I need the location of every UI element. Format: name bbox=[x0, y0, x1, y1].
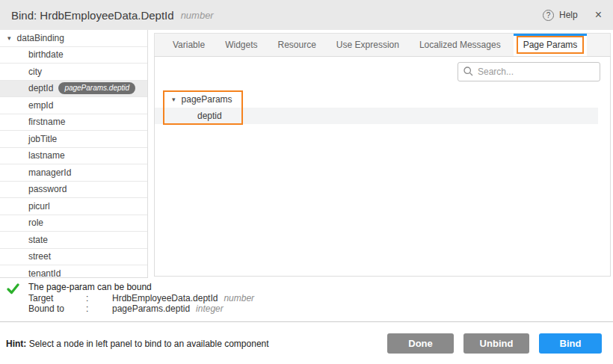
chevron-down-icon: ▾ bbox=[7, 34, 11, 42]
close-icon[interactable]: × bbox=[595, 9, 602, 21]
tree-node-databinding[interactable]: ▾ dataBinding bbox=[0, 30, 147, 47]
tree-node-label: password bbox=[28, 184, 67, 194]
bind-button[interactable]: Bind bbox=[539, 333, 602, 354]
tree-node-deptid-param[interactable]: deptid bbox=[155, 108, 598, 124]
bind-dialog: Bind: HrdbEmployeeData.DeptId number ? H… bbox=[0, 0, 613, 364]
done-button[interactable]: Done bbox=[387, 333, 454, 354]
tree-node-label: state bbox=[28, 235, 48, 245]
tab-label: Widgets bbox=[225, 40, 257, 50]
tree-node-jobtitle[interactable]: jobTitle bbox=[0, 131, 147, 148]
tree-node-label: managerId bbox=[28, 167, 71, 178]
page-params-tree: ▾ pageParams deptid bbox=[155, 91, 610, 124]
bind-source-tabs: Variable Widgets Resource Use Expression… bbox=[154, 33, 611, 56]
tree-node-label: picurl bbox=[28, 201, 50, 212]
tree-node-city[interactable]: city bbox=[0, 64, 147, 81]
tab-label: Resource bbox=[278, 40, 316, 50]
help-icon[interactable]: ? bbox=[543, 10, 554, 21]
dialog-title-type: number bbox=[181, 10, 214, 21]
dialog-footer: Hint: Select a node in left panel to bin… bbox=[0, 321, 613, 364]
tab-label: Localized Messages bbox=[419, 40, 501, 50]
tab-label: Variable bbox=[173, 40, 205, 50]
status-value: HrdbEmployeeData.deptIdnumber bbox=[112, 293, 254, 304]
status-label: Bound to bbox=[28, 303, 86, 315]
status-target-row: Target : HrdbEmployeeData.deptIdnumber bbox=[28, 293, 254, 304]
tree-node-state[interactable]: state bbox=[0, 232, 147, 249]
status-separator: : bbox=[86, 293, 112, 304]
tree-node-birthdate[interactable]: birthdate bbox=[0, 47, 147, 64]
tree-node-role[interactable]: role bbox=[0, 215, 147, 232]
tree-node-picurl[interactable]: picurl bbox=[0, 198, 147, 215]
status-message: The page-param can be bound bbox=[28, 282, 254, 293]
unbind-button[interactable]: Unbind bbox=[463, 333, 529, 354]
tree-node-label: tenantId bbox=[28, 268, 61, 278]
binding-status: The page-param can be bound Target : Hrd… bbox=[0, 278, 613, 321]
dialog-title: Bind: HrdbEmployeeData.DeptId bbox=[11, 9, 174, 22]
tree-node-label: city bbox=[28, 67, 42, 77]
databinding-tree: ▾ dataBinding birthdate city deptId page… bbox=[0, 30, 148, 278]
tab-label: Use Expression bbox=[336, 40, 399, 50]
status-boundto-row: Bound to : pageParams.deptidinteger bbox=[28, 303, 254, 315]
annotation-highlight: Page Params bbox=[517, 36, 585, 54]
tree-node-label: street bbox=[28, 251, 51, 262]
tree-node-label: pageParams bbox=[182, 94, 232, 105]
tree-node-street[interactable]: street bbox=[0, 249, 147, 266]
hint-text: Hint: Select a node in left panel to bin… bbox=[6, 339, 269, 349]
tree-node-firstname[interactable]: firstname bbox=[0, 114, 147, 132]
tree-node-label: empId bbox=[28, 100, 53, 111]
tree-node-tenantid[interactable]: tenantId bbox=[0, 265, 147, 278]
tab-page-params[interactable]: Page Params bbox=[514, 34, 588, 56]
tree-node-label: birthdate bbox=[28, 49, 64, 60]
tree-node-label: dataBinding bbox=[17, 33, 64, 43]
search-icon bbox=[463, 67, 473, 76]
chevron-down-icon: ▾ bbox=[172, 96, 176, 103]
tab-resource[interactable]: Resource bbox=[271, 34, 324, 56]
page-params-panel: ▾ pageParams deptid bbox=[154, 56, 611, 277]
tree-node-pageparams[interactable]: ▾ pageParams bbox=[155, 91, 610, 108]
status-value: pageParams.deptidinteger bbox=[112, 303, 254, 315]
tree-node-label: lastname bbox=[28, 150, 65, 161]
search-input[interactable] bbox=[458, 62, 600, 81]
tree-node-empid[interactable]: empId bbox=[0, 97, 147, 114]
tree-node-managerid[interactable]: managerId bbox=[0, 164, 147, 182]
help-button[interactable]: Help bbox=[559, 10, 578, 20]
status-label: Target bbox=[28, 293, 86, 304]
hint-label: Hint: bbox=[6, 339, 26, 349]
tree-node-label: jobTitle bbox=[28, 134, 57, 144]
tree-node-label: firstname bbox=[28, 117, 65, 127]
tab-localized-messages[interactable]: Localized Messages bbox=[412, 34, 508, 56]
tree-node-deptid[interactable]: deptId pageParams.deptid bbox=[0, 81, 147, 98]
tree-node-label: deptId bbox=[28, 83, 53, 93]
binding-badge: pageParams.deptid bbox=[58, 82, 135, 94]
status-separator: : bbox=[86, 303, 112, 315]
tab-widgets[interactable]: Widgets bbox=[218, 34, 265, 56]
status-value-type: number bbox=[224, 293, 254, 303]
tree-node-label: role bbox=[28, 218, 43, 228]
tab-variable[interactable]: Variable bbox=[165, 34, 212, 56]
tree-node-label: deptid bbox=[197, 111, 222, 121]
tree-node-lastname[interactable]: lastname bbox=[0, 148, 147, 165]
tree-node-password[interactable]: password bbox=[0, 182, 147, 199]
dialog-header: Bind: HrdbEmployeeData.DeptId number ? H… bbox=[0, 0, 613, 30]
tab-use-expression[interactable]: Use Expression bbox=[329, 34, 407, 56]
success-check-icon bbox=[7, 283, 19, 294]
status-value-type: integer bbox=[196, 303, 224, 314]
tab-label: Page Params bbox=[523, 40, 578, 50]
search-box bbox=[458, 62, 600, 81]
